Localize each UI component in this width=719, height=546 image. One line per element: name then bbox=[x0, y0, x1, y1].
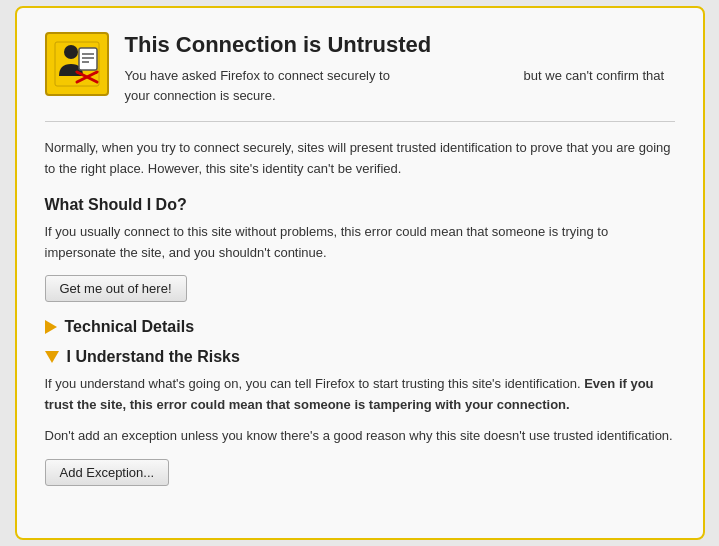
what-should-title: What Should I Do? bbox=[45, 196, 675, 214]
triangle-right-icon bbox=[45, 320, 57, 334]
understand-risks-section: I Understand the Risks If you understand… bbox=[45, 348, 675, 501]
technical-details-header[interactable]: Technical Details bbox=[45, 318, 675, 336]
get-out-button[interactable]: Get me out of here! bbox=[45, 275, 187, 302]
description-line1: You have asked Firefox to connect secure… bbox=[125, 68, 390, 83]
what-should-body: If you usually connect to this site with… bbox=[45, 222, 675, 264]
risks-body-part1: If you understand what's going on, you c… bbox=[45, 376, 585, 391]
technical-details-title: Technical Details bbox=[65, 318, 195, 336]
add-exception-button[interactable]: Add Exception... bbox=[45, 459, 170, 486]
intro-paragraph: Normally, when you try to connect secure… bbox=[45, 138, 675, 180]
svg-point-1 bbox=[64, 45, 78, 59]
untrusted-connection-dialog: This Connection is Untrusted You have as… bbox=[15, 6, 705, 540]
header-description: You have asked Firefox to connect secure… bbox=[125, 66, 675, 105]
warning-icon bbox=[45, 32, 109, 96]
understand-risks-header[interactable]: I Understand the Risks bbox=[45, 348, 675, 366]
understand-risks-title: I Understand the Risks bbox=[67, 348, 240, 366]
svg-rect-2 bbox=[79, 48, 97, 70]
header-text: This Connection is Untrusted You have as… bbox=[125, 32, 675, 105]
header-section: This Connection is Untrusted You have as… bbox=[45, 32, 675, 122]
dialog-title: This Connection is Untrusted bbox=[125, 32, 675, 58]
risks-body: If you understand what's going on, you c… bbox=[45, 374, 675, 416]
technical-details-section: Technical Details bbox=[45, 318, 675, 336]
triangle-down-icon bbox=[45, 351, 59, 363]
risks-warning: Don't add an exception unless you know t… bbox=[45, 426, 675, 447]
